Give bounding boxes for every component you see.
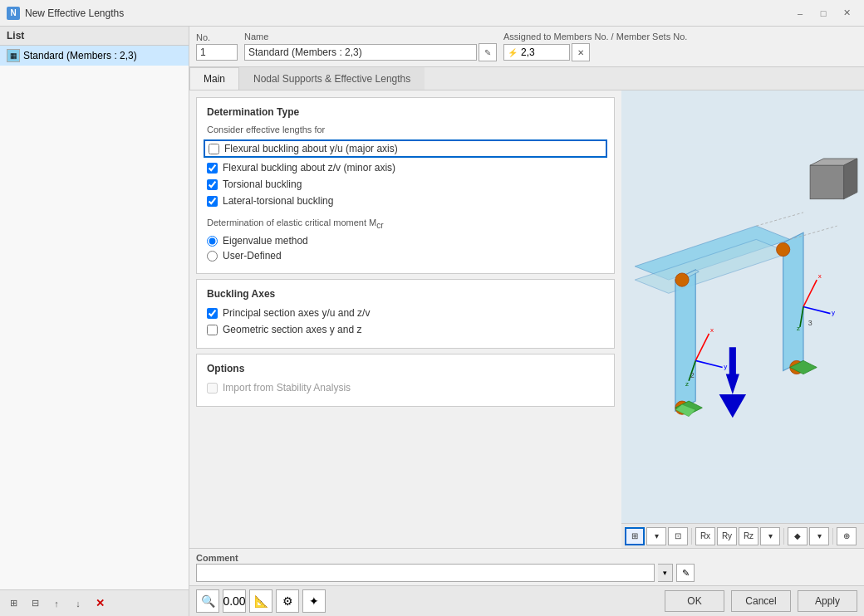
view-btn-rz[interactable]: Rz [739,527,758,545]
tab-nodal[interactable]: Nodal Supports & Effective Lengths [239,67,425,90]
footer-btn-numeric[interactable]: 0.00 [223,589,246,613]
comment-dropdown-btn[interactable]: ▾ [658,564,673,582]
footer-row: 🔍 0.00 📐 ⚙ ✦ OK Cancel Apply [189,585,864,616]
list-item-icon: ▦ [7,49,20,62]
footer-icon-toolbar: 🔍 0.00 📐 ⚙ ✦ [196,589,326,613]
footer-btn-search[interactable]: 🔍 [196,589,219,613]
checkbox-torsional[interactable] [207,179,218,190]
view-btn-dropdown2[interactable]: ▾ [760,527,780,545]
checkbox-label-torsional: Torsional buckling [223,178,302,190]
view-btn-dropdown3[interactable]: ▾ [809,527,829,545]
window-title: New Effective Lengths [25,7,789,19]
view-btn-ry[interactable]: Ry [717,527,737,545]
svg-point-10 [777,242,790,256]
list-delete-btn[interactable]: ✕ [90,594,110,614]
footer-btn-star[interactable]: ✦ [302,589,326,613]
footer-btn-measure[interactable]: 📐 [249,589,272,613]
svg-text:2: 2 [690,371,695,379]
svg-text:z: z [797,325,800,332]
elastic-subscript: cr [376,221,383,230]
form-3d-container: Determination Type Consider effective le… [189,90,864,548]
bottom-container: Comment ▾ ✎ 🔍 0.00 📐 ⚙ [189,548,864,616]
checkbox-label-flexural-yu: Flexural buckling about y/u (major axis) [224,143,398,154]
no-field-group: No. [196,32,238,61]
footer-btn-settings[interactable]: ⚙ [276,589,299,613]
checkbox-principal[interactable] [207,308,218,319]
comment-input[interactable] [196,564,655,582]
list-item[interactable]: ▦ Standard (Members : 2,3) [0,46,189,66]
svg-rect-1 [810,165,844,199]
right-panel: No. Name ✎ Assigned to Membe [189,27,864,616]
cancel-button[interactable]: Cancel [731,590,791,612]
view-btn-rx[interactable]: Rx [695,527,715,545]
comment-edit-btn[interactable]: ✎ [676,564,695,582]
checkbox-row-flexural-zv: Flexural buckling about z/v (minor axis) [207,161,604,174]
radio-user-defined[interactable] [207,251,218,262]
tabs-bar: Main Nodal Supports & Effective Lengths [189,67,864,90]
checkbox-label-flexural-zv: Flexural buckling about z/v (minor axis) [223,162,395,174]
ok-button[interactable]: OK [665,590,724,612]
svg-marker-6 [675,270,695,411]
radio-row-eigenvalue: Eigenvalue method [207,235,604,247]
members-label: Assigned to Members No. / Member Sets No… [503,32,857,42]
form-header: No. Name ✎ Assigned to Membe [189,27,864,67]
view-toolbar-sep2 [783,528,784,545]
content-area: List ▦ Standard (Members : 2,3) ⊞ ⊟ ↑ ↓ … [0,27,864,616]
checkbox-row-import: Import from Stability Analysis [207,381,604,394]
elastic-label: Determination of elastic critical moment… [207,218,604,230]
no-label: No. [196,32,238,42]
checkbox-flexural-zv[interactable] [207,163,218,174]
title-bar: N New Effective Lengths – □ ✕ [0,0,864,27]
checkbox-label-import: Import from Stability Analysis [223,382,351,394]
comment-input-row: ▾ ✎ [196,564,695,582]
checkbox-lateral-torsional[interactable] [207,196,218,207]
list-item-label: Standard (Members : 2,3) [23,50,137,61]
members-value: 2,3 [521,46,535,58]
view-btn-refresh[interactable]: ⊕ [837,527,857,545]
view-toolbar-sep1 [691,528,692,545]
dialog-buttons: OK Cancel Apply [665,590,857,612]
checkbox-row-lateral-torsional: Lateral-torsional buckling [207,194,604,208]
minimize-button[interactable]: – [789,5,811,22]
options-title: Options [207,363,604,374]
buckling-section: Buckling Axes Principal section axes y/u… [196,279,615,349]
name-input[interactable] [244,44,477,61]
structure-svg: x y z 2 x y z 3 [621,90,864,523]
list-add-btn[interactable]: ⊞ [3,594,23,614]
checkbox-geometric[interactable] [207,325,218,335]
list-move-up-btn[interactable]: ↑ [47,594,66,614]
no-input[interactable] [196,44,238,61]
view-btn-diamond[interactable]: ◆ [788,527,808,545]
members-field-group: Assigned to Members No. / Member Sets No… [503,32,857,61]
close-button[interactable]: ✕ [836,5,857,22]
comment-label: Comment [196,553,238,563]
determination-title: Determination Type [207,106,604,118]
maximize-button[interactable]: □ [812,5,834,22]
list-content: ▦ Standard (Members : 2,3) [0,46,189,589]
buckling-title: Buckling Axes [207,288,604,300]
list-header: List [0,27,189,46]
checkbox-import[interactable] [207,383,218,394]
name-label: Name [244,32,497,42]
checkbox-row-geometric: Geometric section axes y and z [207,323,604,336]
name-edit-button[interactable]: ✎ [479,43,497,61]
view-btn-snap[interactable]: ⊞ [625,527,645,545]
view-btn-display[interactable]: ⊡ [668,527,688,545]
list-move-down-btn[interactable]: ↓ [68,594,88,614]
view-btn-dropdown1[interactable]: ▾ [646,527,666,545]
members-clear-button[interactable]: ✕ [572,43,590,61]
comment-row: Comment ▾ ✎ [189,548,864,585]
checkbox-label-principal: Principal section axes y/u and z/v [223,307,370,319]
window-controls: – □ ✕ [789,5,857,22]
checkbox-flexural-yu[interactable] [209,144,219,154]
radio-eigenvalue[interactable] [207,236,218,247]
apply-button[interactable]: Apply [798,590,857,612]
view-toolbar-sep3 [832,528,833,545]
view-bottom-toolbar: ⊞ ▾ ⊡ Rx Ry Rz ▾ ◆ ▾ ⊕ [621,523,864,548]
determination-section: Determination Type Consider effective le… [196,97,615,274]
main-container: List ▦ Standard (Members : 2,3) ⊞ ⊟ ↑ ↓ … [0,27,864,616]
radio-label-user-defined: User-Defined [223,250,282,262]
checkbox-row-torsional: Torsional buckling [207,178,604,191]
tab-main[interactable]: Main [189,67,239,90]
list-copy-btn[interactable]: ⊟ [25,594,45,614]
